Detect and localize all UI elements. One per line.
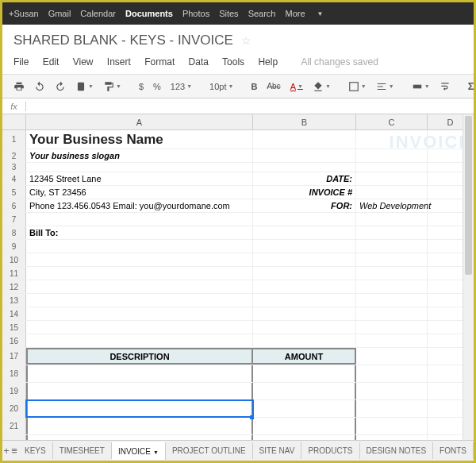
row-14[interactable]: 14 [2, 307, 26, 320]
desc-header[interactable]: DESCRIPTION [26, 348, 253, 365]
row-19[interactable]: 19 [2, 383, 26, 399]
font-size-button[interactable]: 10pt▼ [206, 80, 236, 93]
cell-A2[interactable]: Your business slogan [26, 149, 253, 162]
merge-icon[interactable]: ▼ [409, 79, 433, 94]
svg-rect-1 [314, 90, 321, 91]
spreadsheet-grid[interactable]: INVOICE A B C D 1Your Business Name 2You… [2, 114, 474, 461]
column-headers: A B C D [2, 114, 474, 130]
redo-icon[interactable] [52, 79, 69, 94]
text-color-button[interactable]: A▼ [287, 80, 306, 93]
percent-button[interactable]: % [150, 80, 164, 93]
select-all-corner[interactable] [2, 114, 26, 129]
tab-design-notes[interactable]: DESIGN NOTES [360, 442, 434, 459]
paint-format-icon[interactable]: ▼ [100, 79, 125, 94]
cell-A8[interactable]: Bill To: [26, 226, 253, 239]
nav-photos[interactable]: Photos [182, 9, 209, 18]
all-sheets-button[interactable]: ≡ [10, 445, 18, 457]
save-status: All changes saved [301, 56, 378, 68]
row-11[interactable]: 11 [2, 267, 26, 280]
add-sheet-button[interactable]: + [2, 445, 10, 457]
title-bar: SHARED BLANK - KEYS - INVOICE ☆ [2, 25, 474, 53]
menu-file[interactable]: File [13, 56, 29, 68]
menu-format[interactable]: Format [144, 56, 175, 68]
selected-cell[interactable] [26, 400, 253, 417]
vertical-scrollbar[interactable] [463, 114, 474, 461]
cell-A4[interactable]: 12345 Street Lane [26, 172, 253, 185]
tab-site-nav[interactable]: SITE NAV [253, 442, 302, 459]
fill-color-icon[interactable]: ▼ [309, 79, 334, 94]
tab-invoice[interactable]: INVOICE▼ [112, 442, 166, 460]
row-2[interactable]: 2 [2, 149, 26, 162]
menu-edit[interactable]: Edit [43, 56, 60, 68]
document-title[interactable]: SHARED BLANK - KEYS - INVOICE [13, 33, 233, 48]
number-format-button[interactable]: 123▼ [167, 80, 195, 93]
tab-project-outline[interactable]: PROJECT OUTLINE [166, 442, 253, 459]
nav-calendar[interactable]: Calendar [80, 9, 116, 18]
row-7[interactable]: 7 [2, 213, 26, 226]
row-13[interactable]: 13 [2, 294, 26, 307]
cell-A1[interactable]: Your Business Name [26, 130, 253, 149]
cell-A5[interactable]: City, ST 23456 [26, 186, 253, 199]
sheet-tabs-bar: + ≡ KEYS TIMESHEET INVOICE▼ PROJECT OUTL… [2, 440, 474, 461]
svg-rect-0 [78, 82, 84, 91]
row-16[interactable]: 16 [2, 334, 26, 347]
row-12[interactable]: 12 [2, 280, 26, 293]
cell-A6[interactable]: Phone 123.456.0543 Email: you@yourdomane… [26, 199, 253, 212]
col-B[interactable]: B [253, 114, 356, 129]
nav-sites[interactable]: Sites [219, 9, 238, 18]
row-21[interactable]: 21 [2, 418, 26, 434]
cell-C6[interactable]: Web Development [356, 199, 428, 212]
row-20[interactable]: 20 [2, 400, 26, 417]
tab-fonts[interactable]: FONTS [433, 442, 474, 459]
menu-data[interactable]: Data [189, 56, 209, 68]
formula-input[interactable] [26, 102, 474, 111]
nav-gmail[interactable]: Gmail [48, 9, 71, 18]
col-C[interactable]: C [356, 114, 428, 129]
formula-bar: fx [2, 98, 474, 114]
undo-icon[interactable] [31, 79, 48, 94]
cell-B4[interactable]: DATE: [253, 172, 356, 185]
row-15[interactable]: 15 [2, 321, 26, 334]
tab-keys[interactable]: KEYS [18, 442, 53, 459]
google-bar: +Susan Gmail Calendar Documents Photos S… [2, 2, 474, 25]
svg-rect-3 [413, 84, 421, 88]
web-clipboard-icon[interactable]: ▼ [72, 79, 97, 94]
fx-label: fx [2, 102, 26, 111]
menu-insert[interactable]: Insert [107, 56, 131, 68]
nav-more[interactable]: More▼ [285, 9, 332, 18]
row-4[interactable]: 4 [2, 172, 26, 185]
tab-timesheet[interactable]: TIMESHEET [53, 442, 112, 459]
row-18[interactable]: 18 [2, 365, 26, 382]
row-8[interactable]: 8 [2, 226, 26, 239]
row-17[interactable]: 17 [2, 348, 26, 365]
amount-header[interactable]: AMOUNT [253, 348, 356, 365]
nav-documents[interactable]: Documents [125, 9, 173, 18]
nav-user[interactable]: +Susan [9, 9, 39, 18]
svg-rect-2 [350, 82, 359, 91]
print-icon[interactable] [10, 79, 28, 94]
row-6[interactable]: 6 [2, 199, 26, 212]
row-5[interactable]: 5 [2, 186, 26, 199]
menu-view[interactable]: View [73, 56, 94, 68]
tab-products[interactable]: PRODUCTS [301, 442, 359, 459]
menu-help[interactable]: Help [258, 56, 278, 68]
functions-icon[interactable]: Σ▼ [465, 79, 476, 94]
row-9[interactable]: 9 [2, 240, 26, 253]
scrollbar-thumb[interactable] [465, 116, 472, 275]
col-A[interactable]: A [26, 114, 253, 129]
currency-button[interactable]: $ [136, 80, 147, 93]
strikethrough-button[interactable]: Abc [263, 80, 283, 92]
menu-tools[interactable]: Tools [222, 56, 244, 68]
align-icon[interactable]: ▼ [373, 79, 397, 94]
toolbar: ▼ ▼ $ % 123▼ 10pt▼ B Abc A▼ ▼ ▼ ▼ ▼ Σ▼ [2, 75, 474, 98]
cell-B5[interactable]: INVOICE # [253, 186, 356, 199]
borders-icon[interactable]: ▼ [345, 79, 370, 94]
nav-search[interactable]: Search [248, 9, 276, 18]
row-10[interactable]: 10 [2, 253, 26, 266]
bold-button[interactable]: B [248, 80, 260, 93]
row-1[interactable]: 1 [2, 130, 26, 149]
star-icon[interactable]: ☆ [241, 34, 251, 47]
row-3[interactable]: 3 [2, 163, 26, 172]
wrap-icon[interactable] [436, 79, 454, 94]
cell-B6[interactable]: FOR: [253, 199, 356, 212]
